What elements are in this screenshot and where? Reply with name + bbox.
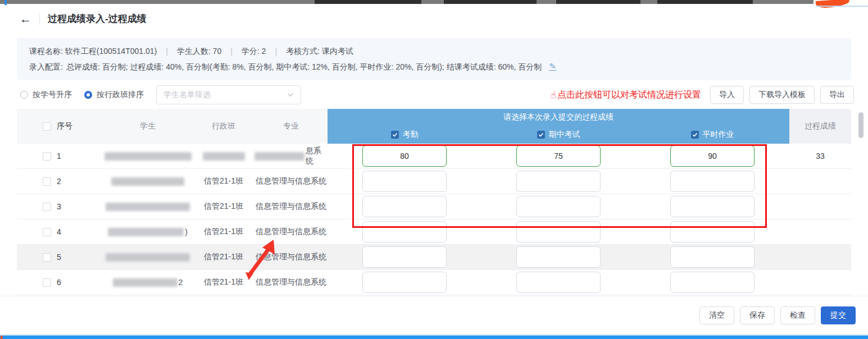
score-cell-homework [635,145,789,167]
check-icon [392,132,398,138]
score-input-midterm[interactable] [516,196,601,217]
student-cell [103,203,193,211]
table-row: 3信管21-1班信息管理与信息系统 [17,194,851,219]
score-input-attendance[interactable] [362,221,447,242]
row-checkbox[interactable] [43,278,51,287]
sort-by-id-radio[interactable]: 按学号升序 [20,90,72,100]
redaction-blur [111,177,184,186]
redaction-blur [106,253,190,262]
score-input-homework[interactable] [670,246,755,268]
background-window-edge [0,0,868,8]
edit-config-icon[interactable]: ✎ [549,63,557,71]
score-input-attendance[interactable] [362,171,447,192]
table-toolbar: 导入 下载导入模板 导出 [710,86,854,104]
sort-by-class-label: 按行政班排序 [97,90,144,100]
score-input-attendance[interactable] [362,145,447,167]
score-column-header-attendance: 考勤 [328,126,481,144]
save-button[interactable]: 保存 [740,306,775,324]
row-checkbox-cell [42,152,51,161]
import-button[interactable]: 导入 [710,86,744,104]
major-redacted: 息系统 [255,146,328,166]
footer-actions: 清空 保存 检查 提交 [0,296,868,335]
radio-selected-icon [84,91,92,99]
score-input-homework[interactable] [670,145,755,167]
row-checkbox[interactable] [43,203,51,211]
class-cell: 信管21-1班 [193,277,255,287]
score-input-homework[interactable] [670,196,755,217]
score-input-attendance[interactable] [362,246,447,268]
exam-settings-annotation: ☝ 点击此按钮可以对考试情况进行设置 [551,89,701,101]
table-row: 4)信管21-1班信息管理与信息系统 [17,219,851,245]
score-column-label: 平时作业 [703,130,734,140]
table-row: 1息系统33 [17,144,851,169]
score-cell-attendance [328,246,481,268]
column-checkbox-midterm[interactable] [537,131,545,139]
submit-button[interactable]: 提交 [821,306,856,324]
table-scrollbar-thumb[interactable] [858,112,864,138]
row-index-value: 3 [51,202,61,211]
header-class: 行政班 [193,109,255,144]
download-template-button[interactable]: 下载导入模板 [749,86,815,104]
score-cell-midterm [481,171,635,192]
student-filter-select[interactable]: 学生名单筛选 [156,85,301,104]
score-input-attendance[interactable] [362,196,447,217]
header-seq: 序号 [51,109,103,144]
info-separator: | [166,45,168,57]
redaction-blur [106,203,190,211]
score-input-midterm[interactable] [516,145,601,167]
score-input-homework[interactable] [670,272,755,293]
annotation-text: 点击此按钮可以对考试情况进行设置 [557,89,701,101]
redaction-blur [104,152,192,161]
row-checkbox[interactable] [43,177,51,186]
student-cell [103,177,193,186]
class-cell: 信管21-1班 [193,176,255,186]
row-index: 6 [51,278,103,287]
student-cell [103,253,193,262]
export-button[interactable]: 导出 [820,86,854,104]
clear-button[interactable]: 清空 [699,306,734,324]
sort-by-class-radio[interactable]: 按行政班排序 [84,90,144,100]
window-edge-text-blur [556,0,640,4]
redaction-blur [255,152,305,161]
course-info-item: 学分: 2 [242,45,266,57]
back-button[interactable]: ← [20,13,31,25]
sort-by-id-label: 按学号升序 [33,90,72,100]
row-index: 2 [51,177,103,186]
row-checkbox[interactable] [43,253,51,262]
score-input-homework[interactable] [670,171,755,192]
table-row: 5信管21-1班信息管理与信息系统 [17,245,851,270]
score-cell-attendance [328,145,481,167]
row-checkbox[interactable] [43,152,51,161]
student-redacted: 2 [103,278,193,287]
row-checkbox-cell [42,253,51,262]
score-input-homework[interactable] [670,221,755,242]
row-index: 4 [51,227,103,236]
column-checkbox-attendance[interactable] [391,131,399,139]
score-column-header-homework: 平时作业 [635,126,789,144]
student-cell: 2 [103,278,193,287]
score-input-midterm[interactable] [516,221,601,242]
class-cell [193,152,255,161]
filter-placeholder: 学生名单筛选 [163,90,211,100]
header-result: 过程成绩 [789,109,851,144]
window-edge-text-blur [315,0,421,4]
score-input-midterm[interactable] [516,246,601,268]
score-input-midterm[interactable] [516,272,601,293]
result-value: 33 [816,152,825,161]
controls-row: 按学号升序 按行政班排序 学生名单筛选 ☝ 点击此按钮可以对考试情况进行设置 导… [17,84,854,106]
header-checkbox-cell [42,109,51,144]
course-info-item: 学生人数: 70 [177,45,221,57]
score-cell-homework [635,246,789,268]
redaction-blur [108,228,184,236]
row-checkbox[interactable] [43,228,51,236]
table-header: 序号 学生 行政班 专业 请选择本次录入提交的过程成绩 考勤期中考试平时作业 过… [17,109,851,144]
student-cell: ) [103,227,193,236]
result-cell: 33 [789,152,851,161]
score-input-midterm[interactable] [516,171,601,192]
check-button[interactable]: 检查 [780,306,815,324]
column-checkbox-homework[interactable] [691,131,699,139]
window-edge-text-blur [657,0,753,4]
select-all-checkbox[interactable] [43,122,51,131]
header-major: 专业 [255,109,328,144]
score-input-attendance[interactable] [362,272,447,293]
